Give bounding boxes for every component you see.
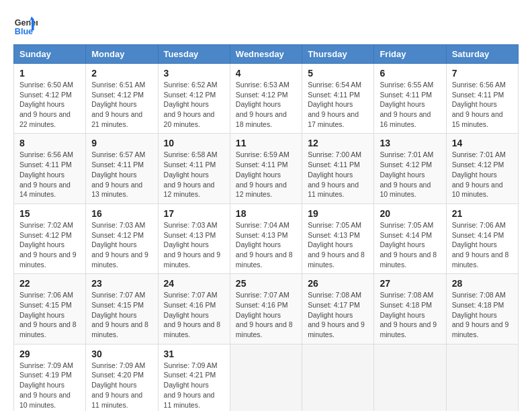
day-info: Sunrise: 6:56 AM Sunset: 4:11 PM Dayligh…	[452, 80, 513, 129]
logo: General Blue	[13, 13, 40, 38]
calendar-cell: 22 Sunrise: 7:06 AM Sunset: 4:15 PM Dayl…	[14, 274, 86, 344]
calendar-table: SundayMondayTuesdayWednesdayThursdayFrid…	[13, 44, 519, 411]
calendar-cell: 6 Sunrise: 6:55 AM Sunset: 4:11 PM Dayli…	[374, 64, 446, 134]
day-number: 20	[380, 208, 440, 219]
day-info: Sunrise: 7:06 AM Sunset: 4:14 PM Dayligh…	[452, 220, 513, 269]
day-number: 22	[19, 278, 80, 289]
day-info: Sunrise: 7:04 AM Sunset: 4:13 PM Dayligh…	[236, 220, 296, 269]
day-info: Sunrise: 6:56 AM Sunset: 4:11 PM Dayligh…	[19, 150, 80, 199]
col-header-thursday: Thursday	[302, 45, 374, 64]
day-info: Sunrise: 6:58 AM Sunset: 4:11 PM Dayligh…	[164, 150, 224, 199]
day-number: 24	[164, 278, 224, 289]
day-number: 2	[91, 68, 152, 79]
day-info: Sunrise: 6:57 AM Sunset: 4:11 PM Dayligh…	[91, 150, 152, 199]
calendar-cell: 21 Sunrise: 7:06 AM Sunset: 4:14 PM Dayl…	[446, 203, 518, 273]
calendar-cell: 11 Sunrise: 6:59 AM Sunset: 4:11 PM Dayl…	[230, 134, 302, 203]
calendar-cell	[230, 344, 302, 411]
col-header-saturday: Saturday	[446, 45, 518, 64]
col-header-tuesday: Tuesday	[158, 45, 230, 64]
calendar-cell: 4 Sunrise: 6:53 AM Sunset: 4:12 PM Dayli…	[230, 64, 302, 134]
calendar-cell	[302, 344, 374, 411]
svg-text:Blue: Blue	[15, 27, 33, 36]
calendar-cell: 9 Sunrise: 6:57 AM Sunset: 4:11 PM Dayli…	[86, 134, 158, 203]
day-info: Sunrise: 7:08 AM Sunset: 4:17 PM Dayligh…	[308, 290, 368, 339]
day-number: 18	[236, 208, 296, 219]
day-number: 16	[91, 208, 152, 219]
day-info: Sunrise: 7:06 AM Sunset: 4:15 PM Dayligh…	[19, 290, 80, 339]
calendar-cell: 3 Sunrise: 6:52 AM Sunset: 4:12 PM Dayli…	[158, 64, 230, 134]
day-number: 17	[164, 208, 224, 219]
day-info: Sunrise: 7:07 AM Sunset: 4:15 PM Dayligh…	[91, 290, 152, 339]
calendar-cell: 10 Sunrise: 6:58 AM Sunset: 4:11 PM Dayl…	[158, 134, 230, 203]
day-number: 5	[308, 68, 368, 79]
day-number: 29	[19, 349, 80, 359]
day-number: 30	[91, 349, 152, 359]
day-info: Sunrise: 7:07 AM Sunset: 4:16 PM Dayligh…	[164, 290, 224, 339]
calendar-cell: 16 Sunrise: 7:03 AM Sunset: 4:12 PM Dayl…	[86, 203, 158, 273]
day-number: 3	[164, 68, 224, 79]
day-number: 12	[308, 138, 368, 148]
day-number: 7	[452, 68, 513, 79]
calendar-cell	[374, 344, 446, 411]
calendar-cell: 1 Sunrise: 6:50 AM Sunset: 4:12 PM Dayli…	[14, 64, 86, 134]
day-info: Sunrise: 6:50 AM Sunset: 4:12 PM Dayligh…	[19, 80, 80, 129]
day-info: Sunrise: 6:52 AM Sunset: 4:12 PM Dayligh…	[164, 80, 224, 129]
day-info: Sunrise: 7:03 AM Sunset: 4:13 PM Dayligh…	[164, 220, 224, 269]
calendar-cell: 15 Sunrise: 7:02 AM Sunset: 4:12 PM Dayl…	[14, 203, 86, 273]
day-info: Sunrise: 7:05 AM Sunset: 4:13 PM Dayligh…	[308, 220, 368, 269]
calendar-cell: 23 Sunrise: 7:07 AM Sunset: 4:15 PM Dayl…	[86, 274, 158, 344]
day-number: 11	[236, 138, 296, 148]
calendar-cell: 31 Sunrise: 7:09 AM Sunset: 4:21 PM Dayl…	[158, 344, 230, 411]
calendar-cell: 24 Sunrise: 7:07 AM Sunset: 4:16 PM Dayl…	[158, 274, 230, 344]
calendar-cell: 2 Sunrise: 6:51 AM Sunset: 4:12 PM Dayli…	[86, 64, 158, 134]
day-info: Sunrise: 7:03 AM Sunset: 4:12 PM Dayligh…	[91, 220, 152, 269]
day-info: Sunrise: 6:59 AM Sunset: 4:11 PM Dayligh…	[236, 150, 296, 199]
day-number: 27	[380, 278, 440, 289]
calendar-cell	[446, 344, 518, 411]
logo-icon: General Blue	[13, 13, 38, 38]
page-header: General Blue	[13, 13, 519, 38]
day-number: 8	[19, 138, 80, 148]
day-info: Sunrise: 7:01 AM Sunset: 4:12 PM Dayligh…	[380, 150, 440, 199]
day-info: Sunrise: 7:09 AM Sunset: 4:21 PM Dayligh…	[164, 361, 224, 410]
calendar-cell: 7 Sunrise: 6:56 AM Sunset: 4:11 PM Dayli…	[446, 64, 518, 134]
calendar-cell: 18 Sunrise: 7:04 AM Sunset: 4:13 PM Dayl…	[230, 203, 302, 273]
day-info: Sunrise: 6:54 AM Sunset: 4:11 PM Dayligh…	[308, 80, 368, 129]
day-info: Sunrise: 6:53 AM Sunset: 4:12 PM Dayligh…	[236, 80, 296, 129]
day-info: Sunrise: 6:55 AM Sunset: 4:11 PM Dayligh…	[380, 80, 440, 129]
calendar-cell: 29 Sunrise: 7:09 AM Sunset: 4:19 PM Dayl…	[14, 344, 86, 411]
calendar-cell: 28 Sunrise: 7:08 AM Sunset: 4:18 PM Dayl…	[446, 274, 518, 344]
col-header-friday: Friday	[374, 45, 446, 64]
day-info: Sunrise: 7:05 AM Sunset: 4:14 PM Dayligh…	[380, 220, 440, 269]
day-number: 21	[452, 208, 513, 219]
col-header-monday: Monday	[86, 45, 158, 64]
day-number: 19	[308, 208, 368, 219]
day-number: 31	[164, 349, 224, 359]
day-number: 26	[308, 278, 368, 289]
day-info: Sunrise: 7:07 AM Sunset: 4:16 PM Dayligh…	[236, 290, 296, 339]
calendar-cell: 14 Sunrise: 7:01 AM Sunset: 4:12 PM Dayl…	[446, 134, 518, 203]
day-number: 25	[236, 278, 296, 289]
calendar-cell: 25 Sunrise: 7:07 AM Sunset: 4:16 PM Dayl…	[230, 274, 302, 344]
day-info: Sunrise: 7:09 AM Sunset: 4:20 PM Dayligh…	[91, 361, 152, 410]
calendar-cell: 13 Sunrise: 7:01 AM Sunset: 4:12 PM Dayl…	[374, 134, 446, 203]
calendar-cell: 27 Sunrise: 7:08 AM Sunset: 4:18 PM Dayl…	[374, 274, 446, 344]
day-number: 1	[19, 68, 80, 79]
day-number: 10	[164, 138, 224, 148]
calendar-cell: 20 Sunrise: 7:05 AM Sunset: 4:14 PM Dayl…	[374, 203, 446, 273]
day-info: Sunrise: 7:00 AM Sunset: 4:11 PM Dayligh…	[308, 150, 368, 199]
col-header-wednesday: Wednesday	[230, 45, 302, 64]
day-info: Sunrise: 7:08 AM Sunset: 4:18 PM Dayligh…	[452, 290, 513, 339]
day-info: Sunrise: 6:51 AM Sunset: 4:12 PM Dayligh…	[91, 80, 152, 129]
day-info: Sunrise: 7:09 AM Sunset: 4:19 PM Dayligh…	[19, 361, 80, 410]
col-header-sunday: Sunday	[14, 45, 86, 64]
day-number: 6	[380, 68, 440, 79]
calendar-cell: 17 Sunrise: 7:03 AM Sunset: 4:13 PM Dayl…	[158, 203, 230, 273]
day-number: 14	[452, 138, 513, 148]
calendar-cell: 26 Sunrise: 7:08 AM Sunset: 4:17 PM Dayl…	[302, 274, 374, 344]
day-info: Sunrise: 7:08 AM Sunset: 4:18 PM Dayligh…	[380, 290, 440, 339]
day-number: 23	[91, 278, 152, 289]
calendar-cell: 30 Sunrise: 7:09 AM Sunset: 4:20 PM Dayl…	[86, 344, 158, 411]
calendar-cell: 19 Sunrise: 7:05 AM Sunset: 4:13 PM Dayl…	[302, 203, 374, 273]
calendar-cell: 8 Sunrise: 6:56 AM Sunset: 4:11 PM Dayli…	[14, 134, 86, 203]
